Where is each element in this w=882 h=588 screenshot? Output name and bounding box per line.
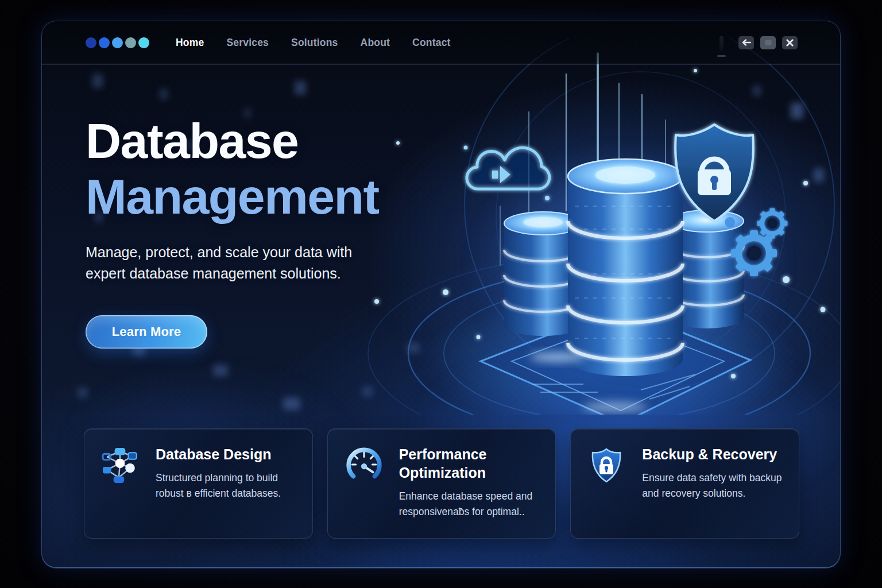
database-cylinder-left (504, 212, 582, 336)
back-button[interactable] (738, 36, 754, 49)
gear-icon-small (757, 208, 788, 239)
card-text: Database Design Structured planning to b… (156, 443, 299, 524)
card-database-design: Database Design Structured planning to b… (84, 428, 313, 539)
page-title: DatabaseManagement (86, 113, 442, 225)
page-background: Home Services Solutions About Contact (0, 0, 882, 588)
card-title: Database Design (156, 445, 299, 463)
nav-list: Home Services Solutions About Contact (176, 37, 451, 49)
logo-dot (112, 37, 123, 48)
circuit-platform (481, 307, 751, 415)
card-backup-recovery: Backup & Recovery Ensure data safety wit… (570, 428, 799, 539)
title-line-1: Database (86, 113, 298, 168)
browser-window: Home Services Solutions About Contact (41, 21, 841, 568)
arrow-left-icon (742, 39, 751, 46)
gauge-icon (345, 443, 385, 524)
card-text: Backup & Recovery Ensure data safety wit… (642, 443, 785, 524)
hero-section: DatabaseManagement Manage, protect, and … (86, 113, 442, 349)
maximize-icon (765, 40, 772, 45)
shield-lock-icon (588, 443, 628, 524)
nav-item-contact[interactable]: Contact (412, 37, 451, 48)
close-icon (786, 39, 794, 47)
light-beams (500, 53, 666, 265)
card-description: Ensure data safety with backup and recov… (642, 470, 785, 501)
nav-item-home[interactable]: Home (176, 37, 204, 48)
card-performance-optimization: Performance Optimization Enhance databas… (327, 428, 556, 539)
window-controls (738, 36, 798, 49)
faint-artifact (717, 34, 726, 58)
database-cylinder-right (670, 210, 744, 328)
sparkle-dots (374, 69, 826, 378)
card-text: Performance Optimization Enhance databas… (399, 443, 542, 524)
nav-item-solutions[interactable]: Solutions (291, 37, 338, 48)
logo-dots[interactable] (86, 37, 149, 48)
learn-more-button[interactable]: Learn More (86, 315, 207, 349)
close-button[interactable] (782, 36, 798, 49)
logo-dot (138, 37, 149, 48)
card-description: Enhance database speed and responsivenaƀ… (399, 489, 542, 520)
logo-dot (86, 37, 96, 48)
logo-dot (125, 37, 136, 48)
card-title: Performance Optimization (399, 445, 542, 482)
card-description: Structured planning to build robust в ef… (156, 470, 299, 501)
cloud-sync-icon (464, 146, 550, 201)
hero-subtitle: Manage, protect, and scale your data wit… (86, 242, 376, 284)
card-title: Backup & Recovery (642, 445, 785, 463)
logo-dot (99, 37, 110, 48)
nav-item-services[interactable]: Services (226, 37, 269, 48)
maximize-button[interactable] (760, 36, 776, 49)
feature-cards: Database Design Structured planning to b… (84, 428, 799, 539)
security-shield-icon (675, 125, 753, 221)
network-icon (102, 443, 142, 524)
gear-icon-large (731, 230, 777, 276)
node-dot (725, 217, 735, 227)
database-cylinder-main (530, 159, 683, 376)
title-line-2: Management (86, 169, 442, 225)
nav-item-about[interactable]: About (361, 37, 390, 48)
navbar: Home Services Solutions About Contact (42, 21, 840, 64)
center-glow (468, 143, 790, 390)
